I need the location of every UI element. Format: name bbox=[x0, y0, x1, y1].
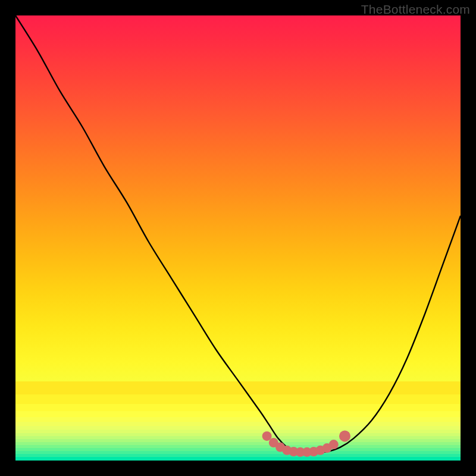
plot-area bbox=[15, 15, 461, 461]
bottleneck-curve bbox=[15, 15, 461, 461]
watermark-text: TheBottleneck.com bbox=[361, 2, 470, 17]
chart-frame: TheBottleneck.com bbox=[0, 0, 476, 476]
marker-point bbox=[339, 430, 350, 441]
marker-point bbox=[329, 440, 339, 449]
